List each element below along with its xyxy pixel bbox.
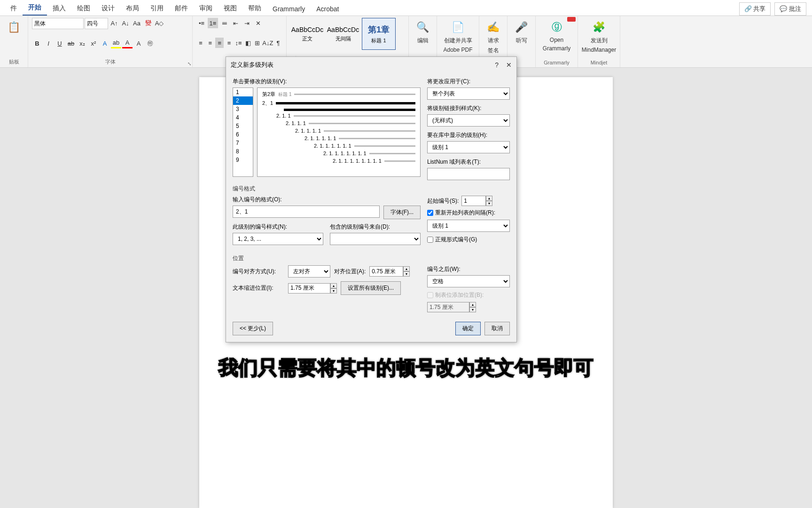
show-marks-button[interactable]: ¶ [274, 38, 282, 48]
level-list[interactable]: 123456789 [233, 87, 253, 177]
legal-checkbox[interactable] [427, 237, 433, 243]
font-name-combo[interactable]: 黑体 [32, 18, 84, 29]
tab-review[interactable]: 审阅 [194, 0, 218, 16]
shading-button[interactable]: ◧ [244, 38, 252, 48]
restart-select[interactable]: 级别 1 [427, 220, 510, 232]
start-at-spinner[interactable]: ▴▾ [461, 196, 492, 206]
num-style-label: 此级别的编号样式(N): [233, 223, 323, 231]
find-button[interactable]: 🔍编辑 [413, 18, 433, 47]
tab-draw[interactable]: 绘图 [71, 0, 96, 16]
dialog-title-text: 定义新多级列表 [231, 61, 273, 69]
dictate-button[interactable]: 🎤听写 [511, 18, 531, 47]
number-format-input[interactable] [233, 206, 380, 218]
bullets-button[interactable]: •≡ [196, 18, 207, 28]
superscript-button[interactable]: x² [88, 38, 99, 48]
tab-view[interactable]: 视图 [218, 0, 242, 16]
restart-checkbox[interactable] [427, 210, 433, 216]
tab-design[interactable]: 设计 [96, 0, 120, 16]
text-indent-spinner[interactable]: ▴▾ [288, 283, 337, 294]
level-item-9[interactable]: 9 [233, 156, 253, 164]
tab-mail[interactable]: 邮件 [169, 0, 194, 16]
strike-button[interactable]: ab [66, 38, 76, 48]
phonetic-button[interactable]: 變 [143, 18, 153, 28]
level-item-7[interactable]: 7 [233, 139, 253, 147]
multilevel-button[interactable]: ⩸ [219, 18, 229, 28]
align-dist-button[interactable]: ≡ [225, 38, 233, 48]
char-shading-button[interactable]: A [133, 38, 144, 48]
underline-button[interactable]: U [55, 38, 65, 48]
italic-button[interactable]: I [43, 38, 54, 48]
level-item-1[interactable]: 1 [233, 88, 253, 96]
shrink-font-button[interactable]: A↓ [120, 18, 131, 28]
grammarly-button[interactable]: ⓖOpenGrammarly [539, 18, 574, 54]
chevron-up-icon[interactable]: ▴ [403, 266, 410, 271]
level-item-6[interactable]: 6 [233, 130, 253, 139]
style-normal[interactable]: AaBbCcDc正文 [290, 18, 324, 50]
level-item-8[interactable]: 8 [233, 147, 253, 156]
share-label: 共享 [753, 5, 765, 12]
decrease-indent-button[interactable]: ⇤ [230, 18, 241, 28]
grow-font-button[interactable]: A↑ [109, 18, 119, 28]
tab-insert[interactable]: 插入 [47, 0, 71, 16]
align-justify-button[interactable]: ≡ [215, 38, 224, 48]
align-at-spinner[interactable]: ▴▾ [369, 266, 410, 277]
adobe-pdf-button[interactable]: 📄创建并共享Adobe PDF [441, 18, 475, 55]
level-item-4[interactable]: 4 [233, 113, 253, 122]
num-style-select[interactable]: 1, 2, 3, ... [233, 233, 323, 245]
chevron-up-icon[interactable]: ▴ [486, 196, 492, 201]
tab-acrobat[interactable]: Acrobat [311, 1, 344, 16]
font-launcher-icon[interactable]: ⤡ [187, 61, 191, 66]
show-in-select[interactable]: 级别 1 [427, 141, 510, 153]
level-item-5[interactable]: 5 [233, 122, 253, 130]
asian-layout-button[interactable]: ✕ [253, 18, 263, 28]
font-size-combo[interactable]: 四号 [85, 18, 108, 29]
help-icon[interactable]: ? [495, 61, 499, 69]
cancel-button[interactable]: 取消 [484, 322, 510, 335]
tab-help[interactable]: 帮助 [242, 0, 267, 16]
mindmanager-button[interactable]: 🧩发送到MindManager [582, 18, 616, 55]
level-item-3[interactable]: 3 [233, 105, 253, 113]
borders-button[interactable]: ⊞ [253, 38, 262, 48]
style-nospace[interactable]: AaBbCcDc无间隔 [326, 18, 360, 50]
align-center-button[interactable]: ≡ [206, 38, 214, 48]
sort-button[interactable]: A↓Z [263, 38, 273, 48]
bold-button[interactable]: B [32, 38, 42, 48]
chevron-up-icon[interactable]: ▴ [330, 283, 337, 288]
tab-home[interactable]: 开始 [23, 0, 47, 16]
tab-layout[interactable]: 布局 [120, 0, 145, 16]
tab-references[interactable]: 引用 [145, 0, 169, 16]
set-all-levels-button[interactable]: 设置所有级别(E)... [341, 281, 401, 295]
sign-button[interactable]: ✍请求签名 [483, 18, 503, 56]
change-case-button[interactable]: Aa [132, 18, 142, 28]
link-style-select[interactable]: (无样式) [427, 114, 510, 127]
chevron-down-icon[interactable]: ▾ [403, 271, 410, 277]
clear-format-button[interactable]: A◇ [154, 18, 164, 28]
apply-to-select[interactable]: 整个列表 [427, 87, 510, 100]
tab-grammarly[interactable]: Grammarly [267, 1, 311, 16]
align-select[interactable]: 左对齐 [288, 265, 330, 278]
tab-file[interactable]: 件 [5, 0, 23, 16]
chevron-down-icon[interactable]: ▾ [486, 201, 492, 206]
font-color-button[interactable]: A [122, 38, 133, 48]
level-item-2[interactable]: 2 [233, 96, 253, 105]
paste-button[interactable]: 📋 [4, 18, 24, 37]
close-icon[interactable]: ✕ [506, 61, 512, 69]
highlight-button[interactable]: ab [111, 38, 121, 48]
style-heading1[interactable]: 第1章标题 1 [362, 18, 396, 50]
font-button[interactable]: 字体(F)... [383, 206, 421, 219]
subscript-button[interactable]: x₂ [77, 38, 87, 48]
text-effect-button[interactable]: A [100, 38, 110, 48]
chevron-down-icon[interactable]: ▾ [330, 288, 337, 294]
less-button[interactable]: << 更少(L) [233, 322, 273, 335]
follow-select[interactable]: 空格 [427, 275, 510, 287]
ok-button[interactable]: 确定 [455, 322, 481, 335]
comments-button[interactable]: 💬 批注 [774, 2, 806, 16]
include-from-select[interactable] [330, 233, 421, 245]
increase-indent-button[interactable]: ⇥ [242, 18, 252, 28]
align-left-button[interactable]: ≡ [196, 38, 205, 48]
listnum-input[interactable] [427, 168, 510, 180]
share-button[interactable]: 🔗 共享 [739, 2, 771, 16]
line-spacing-button[interactable]: ↕≡ [234, 38, 243, 48]
numbering-button[interactable]: 1≡ [208, 18, 218, 28]
enclose-char-button[interactable]: ㊕ [145, 38, 155, 48]
